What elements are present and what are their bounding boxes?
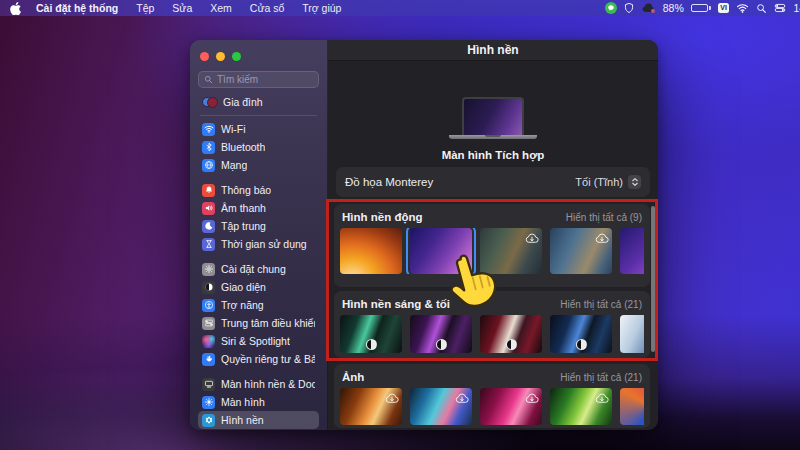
scrollbar-thumb[interactable] (651, 206, 655, 352)
download-cloud-icon (595, 390, 609, 401)
battery-percent: 88% (663, 2, 684, 14)
light-dark-badge-icon (366, 339, 377, 350)
menubar-clock[interactable]: 14: (793, 2, 800, 14)
battery-icon[interactable] (691, 4, 711, 12)
sidebar-item-network[interactable]: Mạng (198, 156, 319, 174)
sidebar-item-screen-time[interactable]: Thời gian sử dụng (198, 235, 319, 253)
photo-thumb-cyan[interactable] (410, 388, 472, 425)
show-all-link[interactable]: Hiển thị tất cả (9) (566, 212, 642, 223)
input-source-badge[interactable]: VI (718, 3, 730, 13)
menu-help[interactable]: Trợ giúp (293, 0, 350, 16)
sidebar-item-label: Hình nền (221, 414, 264, 426)
wifi-icon (202, 123, 215, 136)
wallpaper-thumb-purple-abstract[interactable] (620, 228, 644, 274)
wallpaper-thumb-teal[interactable] (340, 315, 402, 353)
close-button[interactable] (200, 52, 209, 61)
section-title: Hình nền sáng & tối (342, 298, 450, 310)
sidebar-item-wifi[interactable]: Wi-Fi (198, 120, 319, 138)
menubar-app-name[interactable]: Cài đặt hệ thống (27, 0, 127, 16)
download-cloud-icon (595, 230, 609, 241)
spotlight-icon[interactable] (756, 3, 767, 14)
sidebar-item-label: Âm thanh (221, 202, 266, 214)
wallpaper-thumb-ventura[interactable] (340, 228, 402, 274)
bluetooth-icon (202, 141, 215, 154)
accessibility-icon (202, 299, 215, 312)
wallpaper-thumb-catalina[interactable] (550, 228, 612, 274)
sidebar-item-control-center[interactable]: Trung tâm điều khiển (198, 314, 319, 332)
sidebar-item-wallpaper[interactable]: Hình nền (198, 411, 319, 429)
wallpaper-thumb-blue[interactable] (550, 315, 612, 353)
sidebar-item-displays[interactable]: Màn hình (198, 393, 319, 411)
wallpaper-mode-stepper[interactable] (628, 175, 641, 189)
section-photos: Ảnh Hiển thị tất cả (21) (334, 364, 650, 428)
sidebar-item-bluetooth[interactable]: Bluetooth (198, 138, 319, 156)
photo-thumb-shapes[interactable] (620, 388, 644, 425)
menu-edit[interactable]: Sửa (163, 0, 201, 16)
sidebar-item-siri[interactable]: Siri & Spotlight (198, 332, 319, 350)
wifi-menubar-icon[interactable] (736, 3, 749, 13)
download-cloud-icon (525, 230, 539, 241)
menu-file[interactable]: Tệp (127, 0, 163, 16)
show-all-link[interactable]: Hiển thị tất cả (21) (560, 372, 642, 383)
sidebar-divider (200, 115, 317, 116)
sidebar-item-label: Màn hình (221, 396, 265, 408)
menu-window[interactable]: Cửa sổ (241, 0, 293, 16)
sidebar-item-sound[interactable]: Âm thanh (198, 199, 319, 217)
download-cloud-icon (455, 390, 469, 401)
sidebar-list: Gia đình Wi-Fi Bluetooth Mạng Thông báo (198, 93, 319, 430)
control-center-icon[interactable] (774, 3, 786, 13)
sidebar-item-desktop-dock[interactable]: Màn hình nền & Dock (198, 375, 319, 393)
sidebar-item-privacy[interactable]: Quyền riêng tư & Bảo mật (198, 350, 319, 368)
dock-icon (202, 378, 215, 391)
photo-thumb-pink[interactable] (480, 388, 542, 425)
sidebar-item-label: Trung tâm điều khiển (221, 317, 315, 329)
system-settings-window: Tìm kiếm Gia đình Wi-Fi Bluetooth Mạng (190, 40, 658, 430)
speaker-icon (202, 202, 215, 215)
sidebar-item-label: Tập trung (221, 220, 266, 232)
section-title: Ảnh (342, 371, 364, 383)
sidebar-item-label: Thông báo (221, 184, 271, 196)
macbook-base (449, 135, 537, 139)
minimize-button[interactable] (216, 52, 225, 61)
sidebar-item-family[interactable]: Gia đình (198, 93, 319, 111)
sidebar-item-general[interactable]: Cài đặt chung (198, 260, 319, 278)
zoom-button[interactable] (232, 52, 241, 61)
siri-icon (202, 335, 215, 348)
light-dark-badge-icon (436, 339, 447, 350)
sidebar-item-notifications[interactable]: Thông báo (198, 181, 319, 199)
sidebar-item-label: Cài đặt chung (221, 263, 286, 275)
photo-thumb-orange[interactable] (340, 388, 402, 425)
pane-titlebar: Hình nền (328, 40, 658, 61)
search-icon (204, 75, 213, 84)
wallpaper-thumb-white-blue[interactable] (620, 315, 644, 353)
apple-menu[interactable] (10, 2, 27, 15)
menu-bar: Cài đặt hệ thống Tệp Sửa Xem Cửa sổ Trợ … (0, 0, 800, 16)
menu-view[interactable]: Xem (201, 0, 241, 16)
hand-icon (202, 353, 215, 366)
show-all-link[interactable]: Hiển thị tất cả (21) (560, 299, 642, 310)
wallpaper-thumb-red[interactable] (480, 315, 542, 353)
current-wallpaper-row: Đồ họa Monterey Tối (Tĩnh) (336, 167, 650, 197)
page-title: Hình nền (467, 43, 518, 57)
family-avatars-icon (202, 96, 217, 109)
sidebar-item-label: Trợ năng (221, 299, 264, 311)
wallpaper-thumb-purple[interactable] (410, 315, 472, 353)
sidebar-item-focus[interactable]: Tập trung (198, 217, 319, 235)
cloud-app-icon[interactable] (641, 3, 656, 13)
sidebar-item-label: Gia đình (223, 96, 263, 108)
chat-app-icon[interactable] (605, 2, 617, 14)
light-dark-badge-icon (576, 339, 587, 350)
macbook-screen (462, 97, 524, 135)
sidebar-item-accessibility[interactable]: Trợ năng (198, 296, 319, 314)
sidebar-item-screensaver[interactable]: Trình bảo vệ Màn hình (198, 429, 319, 430)
sidebar-item-appearance[interactable]: Giao diện (198, 278, 319, 296)
shield-icon[interactable] (624, 2, 634, 14)
search-input[interactable]: Tìm kiếm (198, 71, 319, 88)
search-placeholder: Tìm kiếm (217, 74, 258, 85)
appearance-icon (202, 281, 215, 294)
flower-icon (202, 414, 215, 427)
current-wallpaper-name: Đồ họa Monterey (345, 176, 433, 188)
photo-thumb-green[interactable] (550, 388, 612, 425)
sidebar-item-label: Giao diện (221, 281, 266, 293)
sun-icon (202, 396, 215, 409)
